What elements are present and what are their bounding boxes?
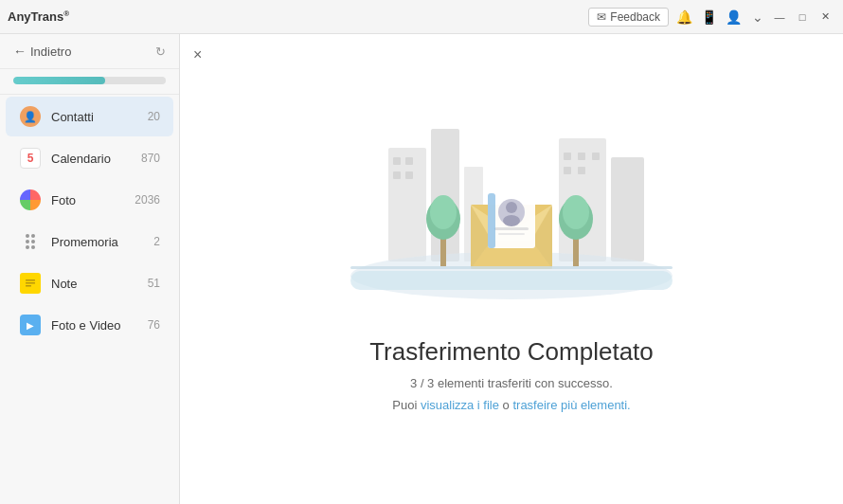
bell-icon[interactable]: 🔔 [674,8,693,27]
svg-rect-14 [578,153,585,160]
sidebar-label-contatti: Contatti [51,110,138,124]
sidebar-label-foto: Foto [51,193,125,207]
view-files-link[interactable]: visualizza i file [421,398,499,412]
transfer-subtitle: 3 / 3 elementi trasferiti con successo. [369,376,654,390]
svg-rect-19 [350,271,673,290]
sidebar: ← Indietro ↻ 👤 Contatti 20 5 Cal [0,34,180,504]
svg-point-33 [506,202,517,213]
content-area: × [180,34,843,504]
svg-point-25 [563,195,589,229]
notes-icon [19,272,42,295]
svg-rect-7 [611,157,644,261]
device-info [0,69,179,95]
device-storage-fill [13,77,105,84]
transfer-title: Trasferimento Completato [369,337,654,367]
svg-rect-16 [578,167,585,174]
svg-rect-2 [26,285,31,287]
app-trademark: ® [63,9,69,18]
sidebar-count-promemoria: 2 [153,235,160,248]
title-bar-left: AnyTrans® [8,9,69,24]
back-arrow-icon: ← [13,44,27,59]
svg-rect-13 [564,153,571,160]
feedback-button[interactable]: ✉ Feedback [588,8,669,27]
minimize-button[interactable]: — [769,7,790,27]
user-icon[interactable]: 👤 [724,8,743,27]
window-controls: ⌄ — □ ✕ [748,7,835,27]
app-name-text: AnyTrans [8,9,63,24]
svg-point-22 [430,195,457,229]
sidebar-count-foto: 2036 [135,193,160,207]
svg-rect-11 [393,171,401,179]
phone-icon[interactable]: 📱 [699,8,718,27]
sidebar-count-contatti: 20 [148,110,160,123]
svg-rect-10 [405,157,413,165]
svg-rect-35 [494,227,529,230]
main-layout: ← Indietro ↻ 👤 Contatti 20 5 Cal [0,34,843,504]
svg-point-34 [503,215,520,226]
illustration-area [180,53,843,318]
sidebar-items: 👤 Contatti 20 5 Calendario 870 Foto 2036 [0,95,179,504]
title-bar: AnyTrans® ✉ Feedback 🔔 📱 👤 ⌄ — □ ✕ [0,0,843,34]
device-storage-bar [13,77,166,84]
sidebar-item-calendario[interactable]: 5 Calendario 870 [6,138,173,178]
mail-icon: ✉ [597,10,606,24]
svg-rect-12 [405,171,413,179]
svg-rect-0 [26,279,35,281]
sidebar-header: ← Indietro ↻ [0,34,179,69]
svg-rect-1 [26,282,35,284]
chevron-down-icon[interactable]: ⌄ [748,8,767,27]
svg-rect-9 [393,157,401,165]
reminders-icon [19,230,42,253]
contacts-icon: 👤 [19,105,42,128]
app-title: AnyTrans® [8,9,69,24]
transfer-complete-section: Trasferimento Completato 3 / 3 elementi … [369,337,654,412]
sidebar-count-note: 51 [148,277,160,290]
transfer-links-separator: o [499,398,512,412]
photos-icon [19,189,42,211]
sidebar-item-foto[interactable]: Foto 2036 [6,180,173,220]
svg-rect-15 [564,167,571,174]
svg-rect-36 [498,233,525,235]
sidebar-count-foto-e-video: 76 [148,318,160,332]
close-button[interactable]: ✕ [815,7,835,27]
back-button[interactable]: ← Indietro [13,44,71,59]
videos-icon: ▶ [19,314,42,336]
sidebar-item-note[interactable]: Note 51 [6,263,173,303]
transfer-links-prefix: Puoi [392,398,421,412]
svg-rect-37 [488,193,495,248]
maximize-button[interactable]: □ [792,7,813,27]
sidebar-item-contatti[interactable]: 👤 Contatti 20 [6,97,173,136]
sidebar-label-calendario: Calendario [51,152,132,166]
svg-rect-38 [350,266,673,269]
sidebar-count-calendario: 870 [141,152,160,165]
calendar-icon: 5 [19,147,42,170]
feedback-label: Feedback [610,10,660,24]
sidebar-item-foto-e-video[interactable]: ▶ Foto e Video 76 [6,305,173,345]
sidebar-label-note: Note [51,277,138,291]
title-bar-right: ✉ Feedback 🔔 📱 👤 ⌄ — □ ✕ [588,7,835,27]
sidebar-item-promemoria[interactable]: Promemoria 2 [6,222,173,261]
svg-rect-17 [592,153,600,160]
refresh-icon[interactable]: ↻ [155,45,166,59]
sidebar-label-promemoria: Promemoria [51,235,144,249]
transfer-links: Puoi visualizza i file o trasfeire più e… [369,398,654,412]
sidebar-label-foto-e-video: Foto e Video [51,318,138,333]
back-label: Indietro [30,45,71,59]
transfer-more-link[interactable]: trasfeire più elementi. [512,398,630,412]
transfer-illustration [332,72,691,318]
